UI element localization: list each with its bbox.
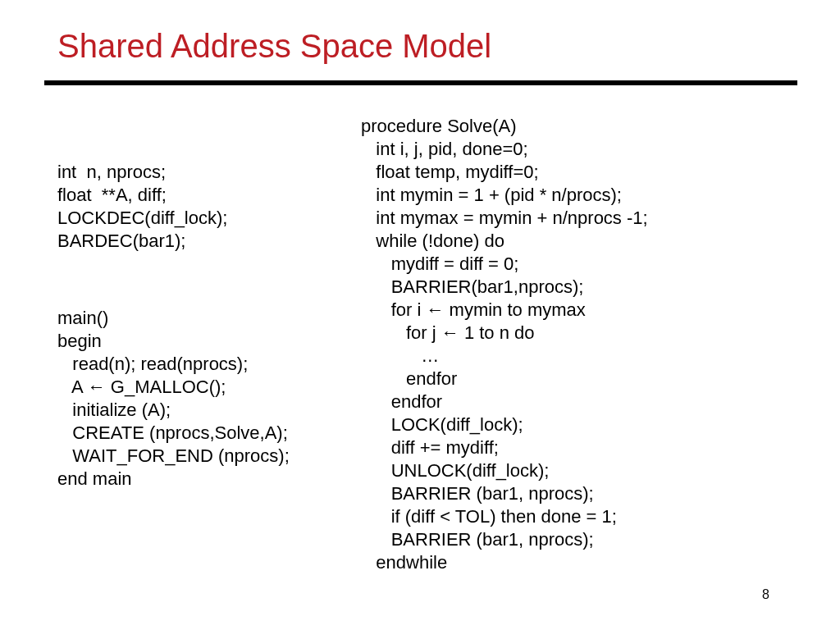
title-divider	[44, 80, 797, 85]
code-main: main() begin read(n); read(nprocs); A ← …	[57, 307, 290, 491]
code-declarations: int n, nprocs; float **A, diff; LOCKDEC(…	[57, 161, 227, 253]
slide: Shared Address Space Model int n, nprocs…	[0, 0, 840, 630]
code-procedure-solve: procedure Solve(A) int i, j, pid, done=0…	[361, 115, 648, 574]
slide-title: Shared Address Space Model	[57, 28, 491, 65]
page-number: 8	[762, 587, 769, 602]
